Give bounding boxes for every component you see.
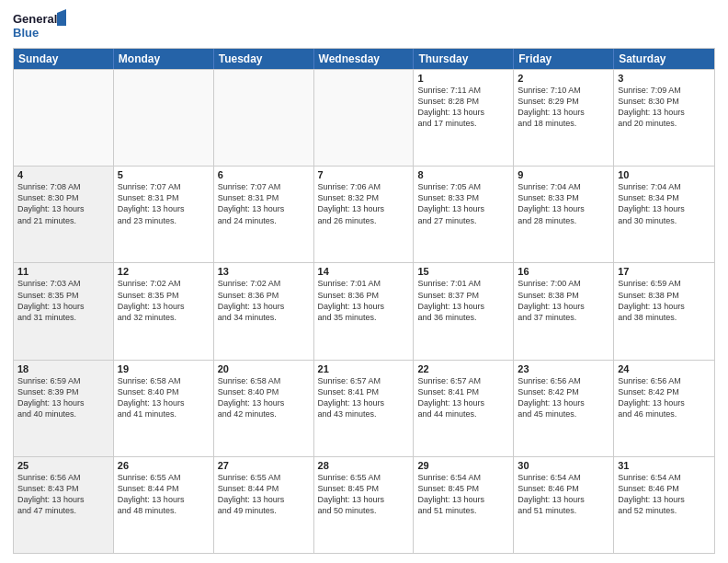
- day-number: 14: [318, 266, 410, 277]
- cal-cell-r1c1: 5Sunrise: 7:07 AM Sunset: 8:31 PM Daylig…: [114, 167, 214, 262]
- day-number: 29: [417, 460, 509, 471]
- day-number: 5: [118, 169, 210, 180]
- day-number: 18: [17, 363, 109, 374]
- cell-info: Sunrise: 7:10 AM Sunset: 8:29 PM Dayligh…: [518, 85, 609, 130]
- day-number: 1: [417, 73, 509, 84]
- header: GeneralBlue: [13, 9, 715, 42]
- cell-info: Sunrise: 7:02 AM Sunset: 8:36 PM Dayligh…: [218, 278, 310, 323]
- cell-info: Sunrise: 7:08 AM Sunset: 8:30 PM Dayligh…: [17, 181, 109, 226]
- cell-info: Sunrise: 6:58 AM Sunset: 8:40 PM Dayligh…: [218, 375, 310, 420]
- cell-info: Sunrise: 6:57 AM Sunset: 8:41 PM Dayligh…: [318, 375, 410, 420]
- day-number: 10: [618, 169, 711, 180]
- cal-cell-r1c5: 9Sunrise: 7:04 AM Sunset: 8:33 PM Daylig…: [514, 167, 614, 262]
- cal-header-friday: Friday: [514, 49, 614, 69]
- day-number: 20: [218, 363, 310, 374]
- day-number: 17: [618, 266, 711, 277]
- logo: GeneralBlue: [13, 9, 68, 42]
- cal-cell-r3c5: 23Sunrise: 6:56 AM Sunset: 8:42 PM Dayli…: [514, 361, 614, 456]
- cal-cell-r2c5: 16Sunrise: 7:00 AM Sunset: 8:38 PM Dayli…: [514, 263, 614, 359]
- cell-info: Sunrise: 7:07 AM Sunset: 8:31 PM Dayligh…: [118, 181, 210, 226]
- day-number: 11: [17, 266, 109, 277]
- cal-header-sunday: Sunday: [14, 49, 114, 69]
- cal-cell-r0c0: [14, 70, 114, 166]
- day-number: 12: [118, 266, 210, 277]
- day-number: 26: [118, 460, 210, 471]
- day-number: 13: [218, 266, 310, 277]
- cal-cell-r0c5: 2Sunrise: 7:10 AM Sunset: 8:29 PM Daylig…: [514, 70, 614, 166]
- cal-cell-r1c4: 8Sunrise: 7:05 AM Sunset: 8:33 PM Daylig…: [414, 167, 514, 262]
- day-number: 24: [618, 363, 711, 374]
- calendar: SundayMondayTuesdayWednesdayThursdayFrid…: [13, 48, 715, 554]
- page: GeneralBlue SundayMondayTuesdayWednesday…: [0, 0, 728, 563]
- cell-info: Sunrise: 6:59 AM Sunset: 8:39 PM Dayligh…: [17, 375, 109, 420]
- cal-cell-r1c2: 6Sunrise: 7:07 AM Sunset: 8:31 PM Daylig…: [214, 167, 314, 262]
- cal-header-monday: Monday: [114, 49, 214, 69]
- cal-row-0: 1Sunrise: 7:11 AM Sunset: 8:28 PM Daylig…: [14, 69, 714, 166]
- day-number: 2: [518, 73, 609, 84]
- day-number: 16: [518, 266, 609, 277]
- cell-info: Sunrise: 6:54 AM Sunset: 8:46 PM Dayligh…: [518, 472, 609, 517]
- cell-info: Sunrise: 6:55 AM Sunset: 8:45 PM Dayligh…: [318, 472, 410, 517]
- cal-cell-r3c4: 22Sunrise: 6:57 AM Sunset: 8:41 PM Dayli…: [414, 361, 514, 456]
- day-number: 6: [218, 169, 310, 180]
- cal-cell-r4c1: 26Sunrise: 6:55 AM Sunset: 8:44 PM Dayli…: [114, 457, 214, 553]
- cell-info: Sunrise: 6:56 AM Sunset: 8:43 PM Dayligh…: [17, 472, 109, 517]
- cal-row-4: 25Sunrise: 6:56 AM Sunset: 8:43 PM Dayli…: [14, 456, 714, 553]
- cell-info: Sunrise: 7:04 AM Sunset: 8:34 PM Dayligh…: [618, 181, 711, 226]
- cal-row-1: 4Sunrise: 7:08 AM Sunset: 8:30 PM Daylig…: [14, 166, 714, 262]
- cal-cell-r2c3: 14Sunrise: 7:01 AM Sunset: 8:36 PM Dayli…: [314, 263, 415, 359]
- cal-cell-r4c6: 31Sunrise: 6:54 AM Sunset: 8:46 PM Dayli…: [614, 457, 714, 553]
- day-number: 4: [17, 169, 109, 180]
- day-number: 25: [17, 460, 109, 471]
- cal-row-2: 11Sunrise: 7:03 AM Sunset: 8:35 PM Dayli…: [14, 262, 714, 359]
- cell-info: Sunrise: 7:03 AM Sunset: 8:35 PM Dayligh…: [17, 278, 109, 323]
- cell-info: Sunrise: 7:01 AM Sunset: 8:36 PM Dayligh…: [318, 278, 410, 323]
- cell-info: Sunrise: 7:01 AM Sunset: 8:37 PM Dayligh…: [417, 278, 509, 323]
- day-number: 30: [518, 460, 609, 471]
- cal-cell-r0c1: [114, 70, 214, 166]
- day-number: 31: [618, 460, 711, 471]
- day-number: 8: [417, 169, 509, 180]
- cal-cell-r2c6: 17Sunrise: 6:59 AM Sunset: 8:38 PM Dayli…: [614, 263, 714, 359]
- cal-cell-r2c1: 12Sunrise: 7:02 AM Sunset: 8:35 PM Dayli…: [114, 263, 214, 359]
- day-number: 27: [218, 460, 310, 471]
- cal-cell-r0c3: [314, 70, 415, 166]
- day-number: 21: [318, 363, 410, 374]
- cell-info: Sunrise: 6:54 AM Sunset: 8:45 PM Dayligh…: [417, 472, 509, 517]
- svg-marker-2: [57, 9, 66, 26]
- svg-text:General: General: [13, 12, 57, 26]
- cell-info: Sunrise: 6:55 AM Sunset: 8:44 PM Dayligh…: [118, 472, 210, 517]
- calendar-header-row: SundayMondayTuesdayWednesdayThursdayFrid…: [14, 49, 714, 69]
- cal-cell-r4c3: 28Sunrise: 6:55 AM Sunset: 8:45 PM Dayli…: [314, 457, 415, 553]
- day-number: 28: [318, 460, 410, 471]
- cell-info: Sunrise: 6:56 AM Sunset: 8:42 PM Dayligh…: [518, 375, 609, 420]
- cal-cell-r3c0: 18Sunrise: 6:59 AM Sunset: 8:39 PM Dayli…: [14, 361, 114, 456]
- cal-cell-r1c0: 4Sunrise: 7:08 AM Sunset: 8:30 PM Daylig…: [14, 167, 114, 262]
- cell-info: Sunrise: 6:56 AM Sunset: 8:42 PM Dayligh…: [618, 375, 711, 420]
- cal-cell-r3c1: 19Sunrise: 6:58 AM Sunset: 8:40 PM Dayli…: [114, 361, 214, 456]
- cal-header-thursday: Thursday: [414, 49, 514, 69]
- cal-cell-r4c0: 25Sunrise: 6:56 AM Sunset: 8:43 PM Dayli…: [14, 457, 114, 553]
- day-number: 7: [318, 169, 410, 180]
- day-number: 23: [518, 363, 609, 374]
- cell-info: Sunrise: 7:09 AM Sunset: 8:30 PM Dayligh…: [618, 85, 711, 130]
- cell-info: Sunrise: 6:59 AM Sunset: 8:38 PM Dayligh…: [618, 278, 711, 323]
- cell-info: Sunrise: 7:00 AM Sunset: 8:38 PM Dayligh…: [518, 278, 609, 323]
- cell-info: Sunrise: 7:04 AM Sunset: 8:33 PM Dayligh…: [518, 181, 609, 226]
- day-number: 3: [618, 73, 711, 84]
- cal-cell-r3c3: 21Sunrise: 6:57 AM Sunset: 8:41 PM Dayli…: [314, 361, 415, 456]
- cal-cell-r3c6: 24Sunrise: 6:56 AM Sunset: 8:42 PM Dayli…: [614, 361, 714, 456]
- cal-cell-r4c5: 30Sunrise: 6:54 AM Sunset: 8:46 PM Dayli…: [514, 457, 614, 553]
- day-number: 15: [417, 266, 509, 277]
- cell-info: Sunrise: 7:11 AM Sunset: 8:28 PM Dayligh…: [417, 85, 509, 130]
- cal-cell-r0c4: 1Sunrise: 7:11 AM Sunset: 8:28 PM Daylig…: [414, 70, 514, 166]
- cal-cell-r4c4: 29Sunrise: 6:54 AM Sunset: 8:45 PM Dayli…: [414, 457, 514, 553]
- cal-cell-r2c0: 11Sunrise: 7:03 AM Sunset: 8:35 PM Dayli…: [14, 263, 114, 359]
- cal-cell-r2c4: 15Sunrise: 7:01 AM Sunset: 8:37 PM Dayli…: [414, 263, 514, 359]
- cal-header-wednesday: Wednesday: [314, 49, 415, 69]
- day-number: 9: [518, 169, 609, 180]
- cell-info: Sunrise: 6:57 AM Sunset: 8:41 PM Dayligh…: [417, 375, 509, 420]
- cal-cell-r2c2: 13Sunrise: 7:02 AM Sunset: 8:36 PM Dayli…: [214, 263, 314, 359]
- cal-cell-r3c2: 20Sunrise: 6:58 AM Sunset: 8:40 PM Dayli…: [214, 361, 314, 456]
- logo-svg: GeneralBlue: [13, 9, 68, 42]
